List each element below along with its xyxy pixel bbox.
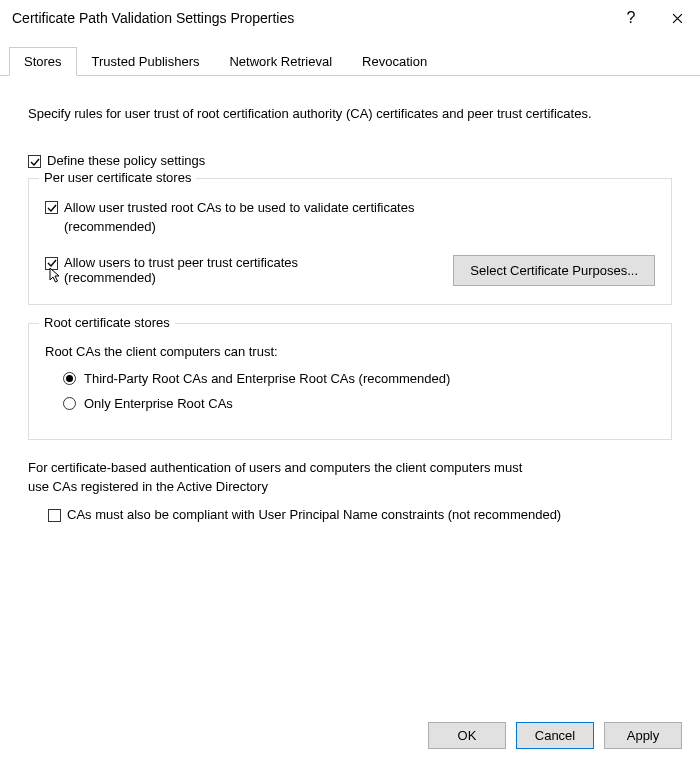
upn-compliance-label: CAs must also be compliant with User Pri… [67, 507, 561, 522]
cursor-icon [49, 267, 63, 288]
allow-user-trusted-root-row: Allow user trusted root CAs to be used t… [45, 199, 655, 237]
close-icon [672, 13, 683, 24]
tab-trusted-publishers[interactable]: Trusted Publishers [77, 47, 215, 76]
third-party-root-cas-label: Third-Party Root CAs and Enterprise Root… [84, 371, 450, 386]
per-user-stores-title: Per user certificate stores [39, 170, 196, 185]
cancel-button[interactable]: Cancel [516, 722, 594, 749]
tab-strip: Stores Trusted Publishers Network Retrie… [0, 36, 700, 76]
per-user-stores-group: Per user certificate stores Allow user t… [28, 178, 672, 305]
define-policy-label: Define these policy settings [47, 153, 205, 168]
allow-peer-trust-row: Allow users to trust peer trust certific… [45, 255, 655, 286]
check-icon [47, 258, 57, 268]
select-certificate-purposes-button[interactable]: Select Certificate Purposes... [453, 255, 655, 286]
check-icon [47, 203, 57, 213]
tab-content: Specify rules for user trust of root cer… [0, 76, 700, 542]
intro-text: Specify rules for user trust of root cer… [28, 106, 672, 121]
third-party-root-cas-radio[interactable] [63, 372, 76, 385]
root-stores-group: Root certificate stores Root CAs the cli… [28, 323, 672, 440]
allow-peer-trust-checkbox[interactable] [45, 257, 58, 270]
tab-network-retrieval[interactable]: Network Retrieval [214, 47, 347, 76]
upn-compliance-row: CAs must also be compliant with User Pri… [28, 507, 672, 522]
tab-revocation[interactable]: Revocation [347, 47, 442, 76]
third-party-root-cas-row: Third-Party Root CAs and Enterprise Root… [63, 371, 655, 386]
only-enterprise-root-cas-row: Only Enterprise Root CAs [63, 396, 655, 411]
close-button[interactable] [654, 0, 700, 36]
allow-user-trusted-root-checkbox[interactable] [45, 201, 58, 214]
root-cas-trust-label: Root CAs the client computers can trust: [45, 344, 655, 359]
dialog-footer: OK Cancel Apply [428, 722, 682, 749]
upn-compliance-checkbox[interactable] [48, 509, 61, 522]
root-stores-title: Root certificate stores [39, 315, 175, 330]
help-button[interactable]: ? [608, 0, 654, 36]
apply-button[interactable]: Apply [604, 722, 682, 749]
tab-stores[interactable]: Stores [9, 47, 77, 76]
title-bar: Certificate Path Validation Settings Pro… [0, 0, 700, 36]
define-policy-row: Define these policy settings [28, 153, 672, 168]
check-icon [30, 157, 40, 167]
allow-user-trusted-root-label: Allow user trusted root CAs to be used t… [64, 199, 464, 237]
ok-button[interactable]: OK [428, 722, 506, 749]
allow-peer-trust-label: Allow users to trust peer trust certific… [64, 255, 364, 285]
window-title: Certificate Path Validation Settings Pro… [12, 10, 608, 26]
auth-note: For certificate-based authentication of … [28, 458, 528, 497]
only-enterprise-root-cas-label: Only Enterprise Root CAs [84, 396, 233, 411]
only-enterprise-root-cas-radio[interactable] [63, 397, 76, 410]
define-policy-checkbox[interactable] [28, 155, 41, 168]
